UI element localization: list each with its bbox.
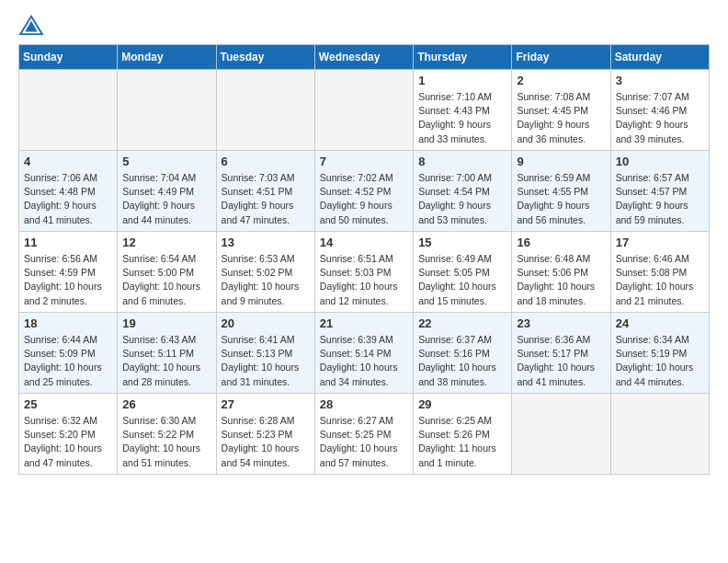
day-number: 24	[616, 316, 704, 330]
col-header-sunday: Sunday	[19, 45, 118, 70]
day-info: Sunrise: 6:44 AM Sunset: 5:09 PM Dayligh…	[24, 333, 112, 389]
day-cell	[19, 70, 118, 151]
day-cell: 6Sunrise: 7:03 AM Sunset: 4:51 PM Daylig…	[216, 151, 314, 232]
day-number: 5	[122, 155, 210, 168]
day-number: 23	[517, 316, 605, 330]
day-info: Sunrise: 7:03 AM Sunset: 4:51 PM Dayligh…	[222, 171, 310, 227]
day-info: Sunrise: 6:49 AM Sunset: 5:05 PM Dayligh…	[418, 252, 506, 308]
day-info: Sunrise: 7:07 AM Sunset: 4:46 PM Dayligh…	[616, 90, 704, 146]
day-info: Sunrise: 6:43 AM Sunset: 5:11 PM Dayligh…	[122, 333, 210, 389]
header-row: SundayMondayTuesdayWednesdayThursdayFrid…	[19, 45, 710, 70]
calendar-body: 1Sunrise: 7:10 AM Sunset: 4:43 PM Daylig…	[19, 70, 710, 475]
week-row-1: 1Sunrise: 7:10 AM Sunset: 4:43 PM Daylig…	[19, 70, 710, 151]
day-info: Sunrise: 6:39 AM Sunset: 5:14 PM Dayligh…	[320, 333, 408, 389]
day-number: 21	[320, 316, 408, 330]
col-header-friday: Friday	[512, 45, 610, 70]
day-info: Sunrise: 7:08 AM Sunset: 4:45 PM Dayligh…	[517, 90, 605, 146]
day-cell: 11Sunrise: 6:56 AM Sunset: 4:59 PM Dayli…	[19, 232, 118, 313]
day-info: Sunrise: 6:27 AM Sunset: 5:25 PM Dayligh…	[320, 414, 408, 470]
col-header-tuesday: Tuesday	[216, 45, 314, 70]
day-cell: 7Sunrise: 7:02 AM Sunset: 4:52 PM Daylig…	[314, 151, 413, 232]
day-cell: 17Sunrise: 6:46 AM Sunset: 5:08 PM Dayli…	[610, 232, 709, 313]
day-number: 18	[24, 316, 112, 330]
day-info: Sunrise: 6:30 AM Sunset: 5:22 PM Dayligh…	[122, 414, 210, 470]
day-cell: 1Sunrise: 7:10 AM Sunset: 4:43 PM Daylig…	[414, 70, 512, 151]
day-cell: 16Sunrise: 6:48 AM Sunset: 5:06 PM Dayli…	[512, 232, 610, 313]
day-number: 4	[24, 155, 112, 168]
day-number: 6	[222, 155, 310, 168]
day-number: 10	[616, 155, 704, 168]
day-cell: 8Sunrise: 7:00 AM Sunset: 4:54 PM Daylig…	[414, 151, 512, 232]
day-cell: 28Sunrise: 6:27 AM Sunset: 5:25 PM Dayli…	[314, 394, 413, 475]
day-info: Sunrise: 7:00 AM Sunset: 4:54 PM Dayligh…	[418, 171, 506, 227]
day-info: Sunrise: 7:06 AM Sunset: 4:48 PM Dayligh…	[24, 171, 112, 227]
day-cell: 26Sunrise: 6:30 AM Sunset: 5:22 PM Dayli…	[118, 394, 216, 475]
day-cell: 19Sunrise: 6:43 AM Sunset: 5:11 PM Dayli…	[118, 313, 216, 394]
day-info: Sunrise: 6:46 AM Sunset: 5:08 PM Dayligh…	[616, 252, 704, 308]
day-cell: 2Sunrise: 7:08 AM Sunset: 4:45 PM Daylig…	[512, 70, 610, 151]
week-row-5: 25Sunrise: 6:32 AM Sunset: 5:20 PM Dayli…	[19, 394, 710, 475]
col-header-wednesday: Wednesday	[314, 45, 413, 70]
day-cell	[610, 394, 709, 475]
day-cell: 22Sunrise: 6:37 AM Sunset: 5:16 PM Dayli…	[414, 313, 512, 394]
day-number: 22	[418, 316, 506, 330]
calendar-header: SundayMondayTuesdayWednesdayThursdayFrid…	[19, 45, 710, 70]
day-cell: 21Sunrise: 6:39 AM Sunset: 5:14 PM Dayli…	[314, 313, 413, 394]
day-number: 12	[122, 236, 210, 249]
day-number: 17	[616, 236, 704, 249]
day-number: 27	[222, 397, 310, 411]
week-row-4: 18Sunrise: 6:44 AM Sunset: 5:09 PM Dayli…	[19, 313, 710, 394]
day-info: Sunrise: 6:51 AM Sunset: 5:03 PM Dayligh…	[320, 252, 408, 308]
day-cell: 23Sunrise: 6:36 AM Sunset: 5:17 PM Dayli…	[512, 313, 610, 394]
day-info: Sunrise: 6:53 AM Sunset: 5:02 PM Dayligh…	[222, 252, 310, 308]
day-cell: 3Sunrise: 7:07 AM Sunset: 4:46 PM Daylig…	[610, 70, 709, 151]
day-info: Sunrise: 6:36 AM Sunset: 5:17 PM Dayligh…	[517, 333, 605, 389]
day-cell	[118, 70, 216, 151]
day-number: 26	[122, 397, 210, 411]
day-number: 28	[320, 397, 408, 411]
day-number: 3	[616, 74, 704, 87]
day-number: 15	[418, 236, 506, 249]
day-cell	[512, 394, 610, 475]
page-header	[18, 15, 710, 35]
day-number: 19	[122, 316, 210, 330]
day-cell: 24Sunrise: 6:34 AM Sunset: 5:19 PM Dayli…	[610, 313, 709, 394]
day-cell: 5Sunrise: 7:04 AM Sunset: 4:49 PM Daylig…	[118, 151, 216, 232]
logo-icon	[18, 15, 44, 35]
col-header-monday: Monday	[118, 45, 216, 70]
day-cell: 25Sunrise: 6:32 AM Sunset: 5:20 PM Dayli…	[19, 394, 118, 475]
day-number: 20	[222, 316, 310, 330]
col-header-saturday: Saturday	[610, 45, 709, 70]
day-cell: 29Sunrise: 6:25 AM Sunset: 5:26 PM Dayli…	[414, 394, 512, 475]
day-number: 29	[418, 397, 506, 411]
day-cell: 20Sunrise: 6:41 AM Sunset: 5:13 PM Dayli…	[216, 313, 314, 394]
day-info: Sunrise: 6:48 AM Sunset: 5:06 PM Dayligh…	[517, 252, 605, 308]
day-number: 8	[418, 155, 506, 168]
day-cell: 18Sunrise: 6:44 AM Sunset: 5:09 PM Dayli…	[19, 313, 118, 394]
day-info: Sunrise: 6:56 AM Sunset: 4:59 PM Dayligh…	[24, 252, 112, 308]
day-cell: 14Sunrise: 6:51 AM Sunset: 5:03 PM Dayli…	[314, 232, 413, 313]
day-number: 25	[24, 397, 112, 411]
day-number: 14	[320, 236, 408, 249]
day-number: 11	[24, 236, 112, 249]
day-cell	[314, 70, 413, 151]
day-cell: 15Sunrise: 6:49 AM Sunset: 5:05 PM Dayli…	[414, 232, 512, 313]
day-info: Sunrise: 7:04 AM Sunset: 4:49 PM Dayligh…	[122, 171, 210, 227]
day-number: 2	[517, 74, 605, 87]
day-cell: 12Sunrise: 6:54 AM Sunset: 5:00 PM Dayli…	[118, 232, 216, 313]
day-info: Sunrise: 6:34 AM Sunset: 5:19 PM Dayligh…	[616, 333, 704, 389]
day-number: 7	[320, 155, 408, 168]
day-number: 9	[517, 155, 605, 168]
day-info: Sunrise: 6:25 AM Sunset: 5:26 PM Dayligh…	[418, 414, 506, 470]
week-row-3: 11Sunrise: 6:56 AM Sunset: 4:59 PM Dayli…	[19, 232, 710, 313]
day-info: Sunrise: 6:28 AM Sunset: 5:23 PM Dayligh…	[222, 414, 310, 470]
day-cell: 13Sunrise: 6:53 AM Sunset: 5:02 PM Dayli…	[216, 232, 314, 313]
day-info: Sunrise: 6:57 AM Sunset: 4:57 PM Dayligh…	[616, 171, 704, 227]
day-info: Sunrise: 6:54 AM Sunset: 5:00 PM Dayligh…	[122, 252, 210, 308]
day-info: Sunrise: 6:37 AM Sunset: 5:16 PM Dayligh…	[418, 333, 506, 389]
day-number: 13	[222, 236, 310, 249]
day-number: 16	[517, 236, 605, 249]
col-header-thursday: Thursday	[414, 45, 512, 70]
day-number: 1	[418, 74, 506, 87]
day-info: Sunrise: 6:41 AM Sunset: 5:13 PM Dayligh…	[222, 333, 310, 389]
